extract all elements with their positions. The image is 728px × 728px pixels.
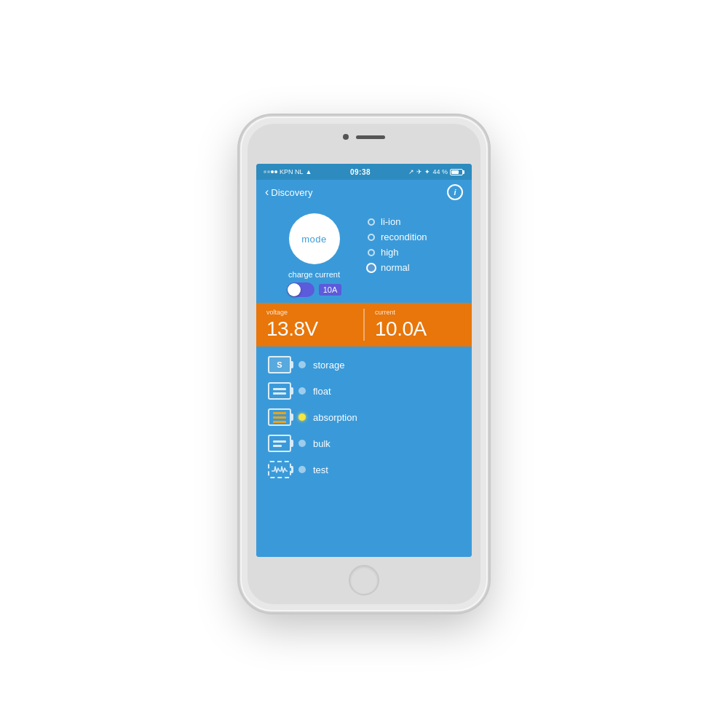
radio-dot-li-ion	[368, 218, 375, 226]
carrier-label: KPN NL	[280, 168, 304, 175]
status-dot-storage	[298, 361, 306, 368]
radio-label-recondition: recondition	[381, 232, 427, 242]
current-value: 10.0A	[375, 317, 462, 341]
bulk-icon	[268, 435, 291, 452]
radio-label-normal: normal	[381, 262, 410, 273]
camera-dot	[343, 134, 349, 140]
toggle-value: 10A	[319, 284, 342, 296]
speaker-bar	[356, 135, 385, 139]
metrics-banner: voltage 13.8V current 10.0A	[256, 303, 472, 347]
radio-label-high: high	[381, 247, 399, 258]
screen: KPN NL ▲ 09:38 ↗ ✈ ✦ 44 %	[256, 164, 472, 557]
signal-dot-2	[267, 170, 270, 173]
voltage-value: 13.8V	[266, 317, 353, 341]
voltage-block: voltage 13.8V	[256, 303, 363, 347]
storage-icon: S	[268, 356, 291, 373]
list-item-float[interactable]: float	[268, 379, 460, 403]
location-icon: ↗	[408, 168, 414, 175]
signal-dot-3	[271, 170, 274, 173]
nav-bar: ‹ Discovery i	[256, 180, 472, 205]
radio-dot-normal	[368, 264, 375, 272]
radio-dot-high	[368, 249, 375, 256]
radio-label-li-ion: li-ion	[381, 216, 400, 227]
battery-tip	[463, 170, 464, 174]
list-item-storage[interactable]: S storage	[268, 352, 460, 377]
battery-percent: 44 %	[432, 168, 448, 175]
absorption-label: absorption	[313, 412, 357, 423]
charge-current-label: charge current	[287, 270, 342, 279]
voltage-label: voltage	[266, 309, 353, 316]
absorption-icon	[268, 408, 291, 426]
bulk-label: bulk	[313, 438, 331, 449]
status-time: 09:38	[350, 168, 371, 176]
home-button[interactable]	[349, 565, 379, 596]
wave-svg	[272, 465, 288, 474]
list-item-test[interactable]: test	[268, 457, 460, 482]
bluetooth-icon: ✦	[424, 168, 430, 175]
status-dot-test	[298, 466, 306, 473]
charge-state-list: S storage	[256, 347, 472, 557]
test-label: test	[313, 464, 328, 475]
phone-top-bar	[343, 134, 385, 140]
toggle-thumb	[288, 283, 301, 296]
mode-circle[interactable]: mode	[289, 213, 340, 264]
status-right: ↗ ✈ ✦ 44 %	[408, 168, 464, 175]
test-icon	[268, 461, 291, 478]
back-button[interactable]: ‹ Discovery	[265, 186, 312, 198]
battery-body	[450, 169, 463, 175]
status-left: KPN NL ▲	[264, 168, 312, 175]
list-item-absorption[interactable]: absorption	[268, 405, 460, 430]
mode-label: mode	[301, 234, 327, 245]
mode-area: mode charge current 10A	[268, 213, 360, 297]
radio-area: li-ion recondition high	[368, 213, 460, 297]
toggle-switch[interactable]: 10A	[287, 282, 342, 297]
phone-frame: KPN NL ▲ 09:38 ↗ ✈ ✦ 44 %	[240, 116, 488, 612]
status-dot-bulk	[298, 440, 306, 447]
radio-item-high[interactable]: high	[368, 247, 460, 258]
toggle-track[interactable]	[287, 282, 314, 297]
list-item-bulk[interactable]: bulk	[268, 431, 460, 456]
info-button[interactable]: i	[447, 184, 463, 200]
status-bar: KPN NL ▲ 09:38 ↗ ✈ ✦ 44 %	[256, 164, 472, 180]
status-dot-float	[298, 387, 306, 395]
radio-item-recondition[interactable]: recondition	[368, 232, 460, 242]
signal-strength	[264, 170, 277, 173]
battery-icon	[450, 169, 464, 175]
airplane-icon: ✈	[416, 168, 422, 175]
charge-current-section: charge current 10A	[287, 270, 342, 297]
current-block: current 10.0A	[365, 303, 472, 347]
app-content: mode charge current 10A	[256, 205, 472, 557]
phone-inner: KPN NL ▲ 09:38 ↗ ✈ ✦ 44 %	[248, 124, 480, 604]
radio-item-normal[interactable]: normal	[368, 262, 460, 273]
wifi-icon: ▲	[306, 168, 312, 175]
radio-item-li-ion[interactable]: li-ion	[368, 216, 460, 227]
info-icon: i	[454, 188, 456, 197]
current-label: current	[375, 309, 462, 316]
float-icon	[268, 382, 291, 400]
signal-dot-1	[264, 170, 266, 173]
storage-label: storage	[313, 360, 344, 371]
top-section: mode charge current 10A	[256, 205, 472, 303]
battery-fill	[451, 170, 459, 174]
signal-dot-4	[274, 170, 277, 173]
radio-dot-recondition	[368, 234, 375, 241]
float-label: float	[313, 386, 331, 397]
back-label: Discovery	[271, 187, 312, 198]
back-chevron-icon: ‹	[265, 186, 269, 198]
status-dot-absorption	[298, 414, 306, 421]
